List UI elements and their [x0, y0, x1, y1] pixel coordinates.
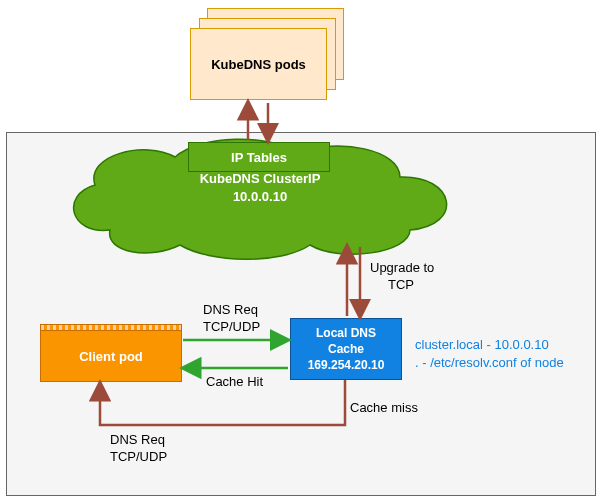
clusterip-text: KubeDNS ClusterIP 10.0.0.10 — [60, 170, 460, 206]
local-dns-title: Local DNS — [316, 325, 376, 341]
resolv-conf-note: cluster.local - 10.0.0.10 . - /etc/resol… — [415, 336, 564, 372]
iptables-box: IP Tables — [188, 142, 330, 172]
diagram-stage: KubeDNS pods KubeDNS ClusterIP 10.0.0.10… — [0, 0, 601, 501]
note-line1: cluster.local - 10.0.0.10 — [415, 337, 549, 352]
local-dns-cache-box: Local DNS Cache 169.254.20.10 — [290, 318, 402, 380]
kubedns-pods-label: KubeDNS pods — [211, 57, 306, 72]
kubedns-pod-front: KubeDNS pods — [190, 28, 327, 100]
clusterip-title: KubeDNS ClusterIP — [200, 171, 321, 186]
label-upgrade-tcp: Upgrade to TCP — [370, 260, 434, 294]
label-cache-hit: Cache Hit — [206, 374, 263, 391]
note-line2: . - /etc/resolv.conf of node — [415, 355, 564, 370]
label-cache-miss: Cache miss — [350, 400, 418, 417]
label-dns-req-top: DNS Req TCP/UDP — [203, 302, 260, 336]
client-pod-box: Client pod — [40, 330, 182, 382]
local-dns-title2: Cache — [328, 341, 364, 357]
client-pod-label: Client pod — [79, 349, 143, 364]
iptables-label: IP Tables — [231, 150, 287, 165]
clusterip-ip: 10.0.0.10 — [233, 189, 287, 204]
label-dns-req-bottom: DNS Req TCP/UDP — [110, 432, 167, 466]
local-dns-ip: 169.254.20.10 — [308, 357, 385, 373]
